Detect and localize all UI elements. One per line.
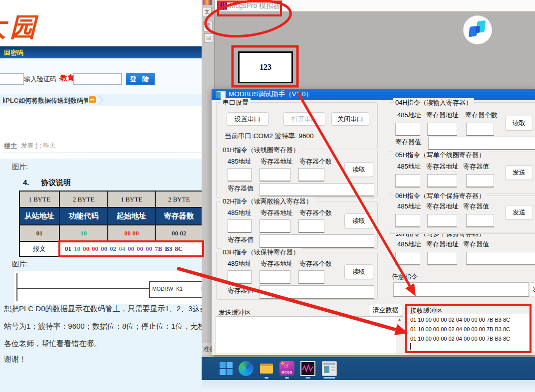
reg-addr-input[interactable] [427,174,457,188]
reg-values-input[interactable] [466,252,535,265]
group-01h: 01H指令（读线圈寄存器） 485地址 寄存器地址 寄存器个数 读取 寄存器值 [216,150,378,197]
file-explorer-icon[interactable] [259,361,274,376]
clear-data-button[interactable]: 清空数据 [369,304,402,316]
addr-input[interactable] [395,123,420,136]
tab-chevron-icon [98,95,105,105]
modbus-app-icon [217,91,226,98]
captcha-label: 输入验证码： [24,75,63,84]
modbus-tool-icon[interactable] [322,361,337,376]
captcha-field[interactable] [73,73,122,85]
group-06h: 06H指令（写单个保持寄存器） 485地址 寄存器地址 寄存器值 发送 [389,196,535,232]
addr-input[interactable] [395,214,420,227]
reg-value-label: 寄存器值 [463,240,489,249]
reg-addr-input[interactable] [260,168,290,182]
reg-count-input[interactable] [466,123,494,136]
reg-value-input[interactable] [428,137,535,150]
group-02h: 02H指令（读离散输入寄存器） 485地址 寄存器地址 寄存器个数 读取 寄存器… [216,201,378,249]
post-paragraph: 谢谢！ [4,355,204,364]
mcgs-numeric-display: 123 [238,51,293,83]
login-button[interactable]: 登 陆 [126,73,155,85]
modbus-titlebar[interactable]: MODBUS调试助手（V1.0） [212,89,535,100]
group-title: 10H指令（写多个保持寄存器） [393,233,487,238]
reg-value-input[interactable] [260,183,374,196]
addr-input[interactable] [228,219,252,233]
reg-value-input[interactable] [260,285,374,299]
read-button[interactable]: 读取 [505,116,533,131]
thread-title[interactable]: 菱PLC如何将数据传送到数码管上 [3,96,88,105]
group-title: 03H指令（读保持寄存器） [221,248,301,257]
any-command-input[interactable] [393,282,529,297]
table-row: 从站地址 功能代码 起始地址 寄存器数 [19,207,203,225]
reg-count-label: 寄存器个数 [465,111,498,120]
reg-addr-input[interactable] [427,252,457,265]
addr-input[interactable] [228,168,252,182]
toolbar-button-file[interactable]: 文 [203,7,212,17]
todesk-logo [464,16,492,44]
waveform-glyph [301,362,314,375]
reg-count-input[interactable] [298,219,324,233]
read-button[interactable]: 读取 [344,162,373,177]
recv-line: 01 10 00 00 00 02 04 00 00 00 7B B3 8C [410,315,529,325]
send-button[interactable]: 发送 [505,205,533,220]
read-button[interactable]: 读取 [344,264,373,279]
send-buffer-scrollbar[interactable]: ▲ [396,317,403,354]
mcgspro-simulator-icon[interactable] [300,361,315,376]
running-indicator [285,377,289,379]
scroll-up-icon[interactable]: ▲ [396,317,403,323]
username-field[interactable] [0,73,24,85]
open-serial-button[interactable]: 打开串口 [283,112,325,126]
share-icon[interactable]: ➦ [89,96,96,103]
addr-input[interactable] [395,174,420,188]
find-password-link[interactable]: 回密码 [4,48,23,57]
group-title: 04H指令（读输入寄存器） [393,98,474,107]
start-button[interactable] [219,361,234,376]
reg-value-input[interactable] [466,174,494,188]
mcgs-app-icon[interactable]: ✛ ☞ MCGS [279,361,294,376]
post-paragraph: 想把PLC D0的数据显示在数码管上，只需要显示1、2、3这类的 [4,304,204,314]
site-logo-text: 大园 [0,10,40,45]
toolbar-button-window[interactable]: 国 [203,21,213,31]
recv-buffer-textarea[interactable]: 01 10 00 00 00 02 04 00 00 00 7B B3 8C 0… [407,314,529,350]
reg-value-input[interactable] [466,214,494,227]
message-label-cell: 报文 [19,241,59,256]
addr-input[interactable] [228,270,252,284]
group-05h: 05H指令（写单个线圈寄存器） 485地址 寄存器地址 寄存器值 发送 [389,155,535,194]
addr-input[interactable] [395,252,420,265]
reg-addr-input[interactable] [427,123,457,136]
serial-status-text: 当前串口:COM2 波特率: 9600 [225,132,314,141]
reg-addr-input[interactable] [260,270,290,284]
reg-count-input[interactable] [298,270,324,284]
taskbar: ✛ ☞ MCGS [202,357,535,380]
reg-addr-input[interactable] [427,214,457,227]
section-title: 协议说明 [41,178,71,188]
any-send-button[interactable]: 发 [529,282,535,296]
group-title: 05H指令（写单个线圈寄存器） [393,151,487,160]
reg-addr-input[interactable] [260,219,290,233]
mcgspro-titlebar[interactable]: McgsPro 模拟器 [215,0,535,11]
reg-value-label: 寄存器值 [395,138,421,147]
close-serial-button[interactable]: 关闭串口 [331,112,369,126]
recv-line: 01 10 00 00 00 02 04 00 00 00 7B B3 8C [410,334,529,344]
post-paragraph: 各位老师，帮忙看看错在哪。 [4,339,204,349]
reg-count-input[interactable] [298,168,324,182]
reg-value-label: 寄存器值 [228,184,254,193]
set-serial-button[interactable]: 设置串口 [227,112,268,126]
site-logo: 大园 [0,8,95,50]
mcgspro-title: McgsPro 模拟器 [230,1,280,10]
reg-value-input[interactable] [260,234,374,248]
reg-addr-label: 寄存器地址 [261,208,293,217]
addr-label: 485地址 [397,240,421,249]
addr-label: 485地址 [228,208,252,217]
group-title: 串口设置 [221,98,251,107]
captcha-code-text: 教育 [60,74,74,83]
send-button[interactable]: 发送 [505,165,533,180]
send-buffer-textarea[interactable]: ▲ [216,316,403,354]
ladder-op: MODRW [152,286,173,292]
table-row: 01 10 00 00 00 02 [19,225,203,241]
read-button[interactable]: 读取 [344,213,373,228]
toolbar-button-grid[interactable]: 回 [204,33,213,43]
modbus-window: MODBUS调试助手（V1.0） 串口设置 设置串口 打开串口 关闭串口 当前串… [212,89,535,355]
reg-value-label: 寄存器值 [228,235,254,244]
edge-browser-icon[interactable] [239,361,254,376]
thread-title-strip: 菱PLC如何将数据传送到数码管上 ➦ [0,94,204,106]
